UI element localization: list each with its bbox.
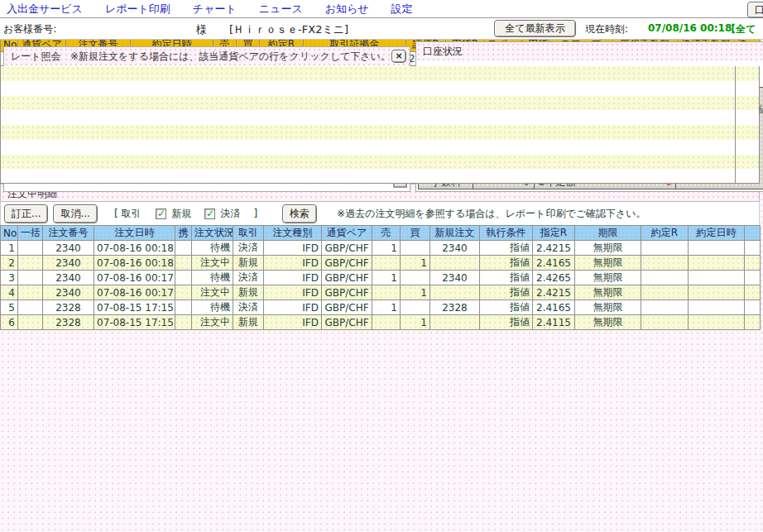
order-row[interactable]: 6232807-08-15 17:15注文中新規IFDGBP/CHF1指値2.4…	[1, 315, 761, 330]
close-order-checkbox-label: 決済	[220, 207, 240, 221]
new-order-checkbox[interactable]: ✓	[156, 208, 166, 219]
menu-settings[interactable]: 設定	[391, 2, 413, 17]
clock-note-cut: 【全て	[726, 22, 756, 36]
filter-suffix: ]	[253, 208, 257, 219]
filter-prefix: [ 取引	[114, 207, 142, 221]
menu-chart[interactable]: チャート	[193, 2, 237, 17]
top-right-cut-button[interactable]: 口	[747, 2, 763, 18]
rate-panel-note: ※新規注文をする場合には、該当通貨ペアの行をクリックして下さい。	[70, 50, 391, 62]
menu-report-print[interactable]: レポート印刷	[105, 2, 170, 17]
account-panel-title: 口座状況	[423, 46, 463, 57]
menu-bar: 入出金サービス レポート印刷 チャート ニュース お知らせ 設定	[0, 0, 763, 18]
account-panel-titlebar: 口座状況	[416, 42, 763, 60]
search-button[interactable]: 検索	[282, 204, 317, 223]
customer-number-label: お客様番号:	[3, 22, 56, 36]
close-order-checkbox[interactable]: ✓	[204, 208, 215, 219]
menu-news[interactable]: ニュース	[259, 2, 303, 17]
close-icon[interactable]: ×	[391, 50, 406, 63]
menu-deposit-withdrawal[interactable]: 入出金サービス	[7, 2, 83, 17]
customer-suffix: 様	[196, 22, 207, 37]
menu-notices[interactable]: お知らせ	[325, 2, 369, 17]
clock-value: 07/08/16 00:18	[648, 22, 732, 34]
order-row[interactable]: 2234007-08-16 00:18注文中新規IFDGBP/CHF1指値2.4…	[1, 256, 761, 271]
order-edit-button[interactable]: 訂正...	[4, 204, 48, 223]
new-order-checkbox-label: 新規	[171, 207, 191, 221]
column-divider	[735, 66, 736, 183]
order-row[interactable]: 4234007-08-16 00:17注文中新規IFDGBP/CHF1指値2.4…	[1, 285, 761, 300]
orders-panel: 注文中明細 訂正... 取消... [ 取引 ✓ 新規 ✓ 決済 ] 検索 ※過…	[0, 184, 760, 330]
refresh-all-button[interactable]: 全て最新表示	[494, 20, 576, 37]
orders-note: ※過去の注文明細を参照する場合は、レポート印刷でご確認下さい。	[337, 207, 645, 221]
rate-panel-title: レート照会	[11, 50, 61, 62]
order-row[interactable]: 1234007-08-16 00:18待機決済IFDGBP/CHF12340指値…	[1, 241, 761, 256]
app-name: [Ｈｉｒｏｓｅ-FX2ミニ]	[229, 22, 348, 37]
order-row[interactable]: 3234007-08-16 00:17待機決済IFDGBP/CHF12340指値…	[1, 271, 761, 285]
rate-panel-titlebar: レート照会 ※新規注文をする場合には、該当通貨ペアの行をクリックして下さい。	[4, 47, 410, 65]
orders-table: No一括注文番号注文日時携注文状況取引注文種別通貨ペア売買新規注文執行条件指定R…	[0, 225, 761, 330]
positions-empty-area	[0, 66, 760, 184]
order-row[interactable]: 5232807-08-15 17:15待機決済IFDGBP/CHF12328指値…	[1, 300, 761, 315]
info-bar: お客様番号: 様 [Ｈｉｒｏｓｅ-FX2ミニ] 全て最新表示 現在時刻: 07/…	[0, 18, 763, 40]
clock-label: 現在時刻:	[585, 22, 628, 36]
orders-header-row: No一括注文番号注文日時携注文状況取引注文種別通貨ペア売買新規注文執行条件指定R…	[1, 226, 761, 241]
order-cancel-button[interactable]: 取消...	[53, 204, 97, 223]
orders-toolbar: 訂正... 取消... [ 取引 ✓ 新規 ✓ 決済 ] 検索 ※過去の注文明細…	[0, 202, 760, 225]
